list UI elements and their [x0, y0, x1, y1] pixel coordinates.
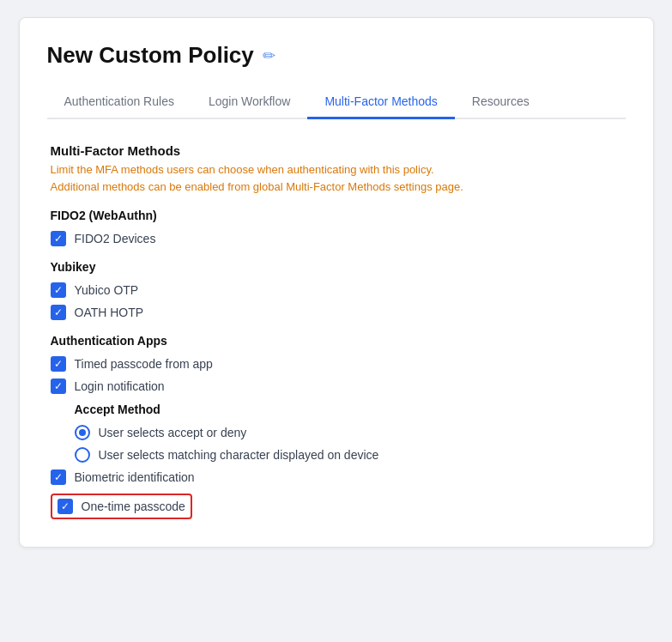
login-notification-row: ✓ Login notification [51, 379, 622, 394]
matching-char-row: User selects matching character displaye… [51, 447, 622, 463]
biometric-row: ✓ Biometric identification [51, 469, 622, 485]
tab-login-workflow[interactable]: Login Workflow [191, 86, 307, 119]
accept-method-title: Accept Method [51, 403, 622, 416]
policy-card: New Custom Policy ✏ Authentication Rules… [19, 17, 654, 548]
mfa-content: Multi-Factor Methods Limit the MFA metho… [47, 143, 626, 519]
fido2-title: FIDO2 (WebAuthn) [51, 209, 622, 222]
page-title: New Custom Policy [47, 42, 254, 69]
mfa-section-title: Multi-Factor Methods [51, 143, 622, 158]
otp-checkbox[interactable]: ✓ [58, 499, 73, 514]
title-row: New Custom Policy ✏ [47, 42, 626, 69]
fido2-devices-checkbox[interactable]: ✓ [51, 231, 66, 246]
login-notification-label: Login notification [75, 379, 165, 393]
oath-hotp-row: ✓ OATH HOTP [51, 305, 622, 320]
edit-icon[interactable]: ✏ [263, 46, 275, 65]
otp-highlighted-row: ✓ One-time passcode [51, 494, 192, 519]
oath-hotp-label: OATH HOTP [75, 306, 144, 319]
yubikey-title: Yubikey [51, 260, 622, 274]
fido2-devices-label: FIDO2 Devices [75, 232, 156, 245]
otp-label: One-time passcode [82, 500, 185, 513]
accept-or-deny-label: User selects accept or deny [99, 426, 247, 439]
accept-or-deny-row: User selects accept or deny [51, 425, 622, 440]
tab-authentication-rules[interactable]: Authentication Rules [47, 86, 191, 119]
matching-char-radio[interactable] [75, 447, 90, 463]
tab-resources[interactable]: Resources [455, 86, 547, 119]
yubico-otp-label: Yubico OTP [75, 283, 139, 297]
mfa-section-desc: Limit the MFA methods users can choose w… [51, 161, 622, 195]
tab-mfa-methods[interactable]: Multi-Factor Methods [307, 86, 454, 119]
login-notification-checkbox[interactable]: ✓ [51, 379, 66, 394]
yubico-otp-checkbox[interactable]: ✓ [51, 282, 66, 298]
matching-char-label: User selects matching character displaye… [99, 448, 379, 462]
timed-passcode-label: Timed passcode from app [75, 357, 213, 371]
oath-hotp-checkbox[interactable]: ✓ [51, 305, 66, 320]
biometric-label: Biometric identification [75, 470, 195, 484]
yubico-otp-row: ✓ Yubico OTP [51, 282, 622, 298]
accept-or-deny-radio[interactable] [75, 425, 90, 440]
biometric-checkbox[interactable]: ✓ [51, 469, 66, 485]
auth-apps-title: Authentication Apps [51, 334, 622, 348]
timed-passcode-checkbox[interactable]: ✓ [51, 356, 66, 372]
tab-bar: Authentication Rules Login Workflow Mult… [47, 86, 626, 119]
fido2-devices-row: ✓ FIDO2 Devices [51, 231, 622, 246]
timed-passcode-row: ✓ Timed passcode from app [51, 356, 622, 372]
